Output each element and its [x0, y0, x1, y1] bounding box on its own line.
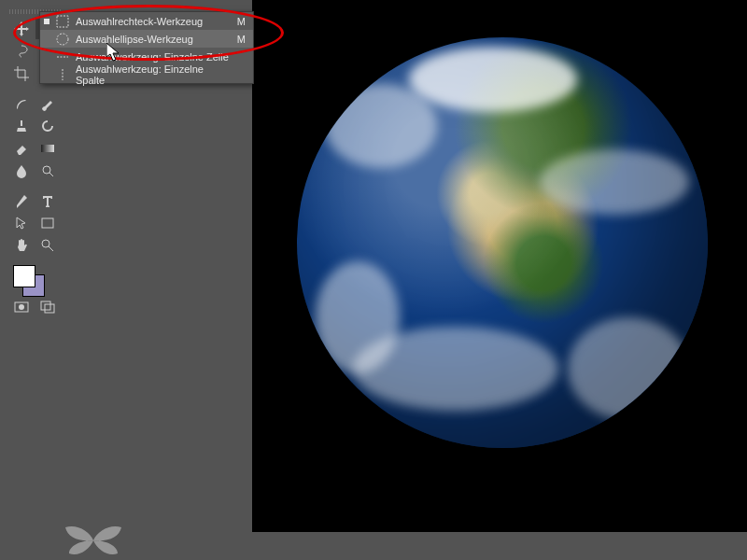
- shape-tool-icon[interactable]: [35, 213, 60, 233]
- svg-rect-1: [41, 145, 54, 152]
- color-swatches[interactable]: [9, 261, 50, 289]
- dodge-tool-icon[interactable]: [35, 161, 60, 181]
- lasso-tool-icon[interactable]: [9, 41, 34, 62]
- hand-tool-icon[interactable]: [9, 235, 34, 256]
- eraser-tool-icon[interactable]: [9, 138, 34, 159]
- flyout-item-label: Auswahlwerkzeug: Einzelne Spalte: [76, 63, 234, 86]
- move-tool-icon[interactable]: [9, 19, 34, 39]
- quickmask-icon[interactable]: [9, 297, 34, 317]
- marquee-flyout-menu: Auswahlrechteck-Werkzeug M Auswahlellips…: [39, 11, 254, 84]
- screenmode-icon[interactable]: [35, 297, 60, 317]
- blur-tool-icon[interactable]: [9, 161, 34, 181]
- gradient-tool-icon[interactable]: [35, 138, 60, 159]
- watermark-butterfly-icon: [61, 524, 126, 557]
- clone-stamp-tool-icon[interactable]: [9, 116, 34, 136]
- svg-point-2: [43, 166, 50, 174]
- crop-tool-icon[interactable]: [9, 63, 34, 84]
- flyout-item-rect-marquee[interactable]: Auswahlrechteck-Werkzeug M: [40, 12, 253, 30]
- current-dot-icon: [44, 19, 49, 24]
- type-tool-icon[interactable]: [35, 190, 60, 211]
- svg-rect-8: [45, 304, 54, 313]
- flyout-item-label: Auswahlellipse-Werkzeug: [76, 34, 226, 45]
- flyout-item-label: Auswahlwerkzeug: Einzelne Zeile: [76, 51, 234, 63]
- path-select-tool-icon[interactable]: [9, 213, 34, 233]
- history-brush-tool-icon[interactable]: [35, 116, 60, 136]
- svg-point-4: [42, 240, 49, 247]
- flyout-item-label: Auswahlrechteck-Werkzeug: [76, 16, 226, 27]
- healing-brush-tool-icon[interactable]: [9, 93, 34, 114]
- svg-point-6: [19, 304, 24, 310]
- single-row-marquee-icon: [55, 49, 70, 64]
- zoom-tool-icon[interactable]: [35, 235, 60, 256]
- foreground-swatch[interactable]: [13, 265, 35, 287]
- earth-image: [297, 37, 708, 448]
- svg-rect-3: [42, 218, 53, 228]
- svg-point-10: [57, 34, 68, 45]
- document-canvas[interactable]: [252, 0, 747, 532]
- svg-rect-7: [41, 301, 50, 310]
- flyout-item-shortcut: M: [237, 16, 246, 27]
- ellipse-marquee-icon: [55, 32, 70, 47]
- svg-rect-9: [57, 16, 68, 27]
- flyout-item-single-column[interactable]: Auswahlwerkzeug: Einzelne Spalte: [40, 65, 253, 83]
- brush-tool-icon[interactable]: [35, 93, 60, 114]
- single-column-marquee-icon: [55, 67, 70, 82]
- flyout-item-ellipse-marquee[interactable]: Auswahlellipse-Werkzeug M: [40, 30, 253, 48]
- flyout-item-shortcut: M: [237, 34, 246, 45]
- pen-tool-icon[interactable]: [9, 190, 34, 211]
- rect-marquee-icon: [55, 14, 70, 29]
